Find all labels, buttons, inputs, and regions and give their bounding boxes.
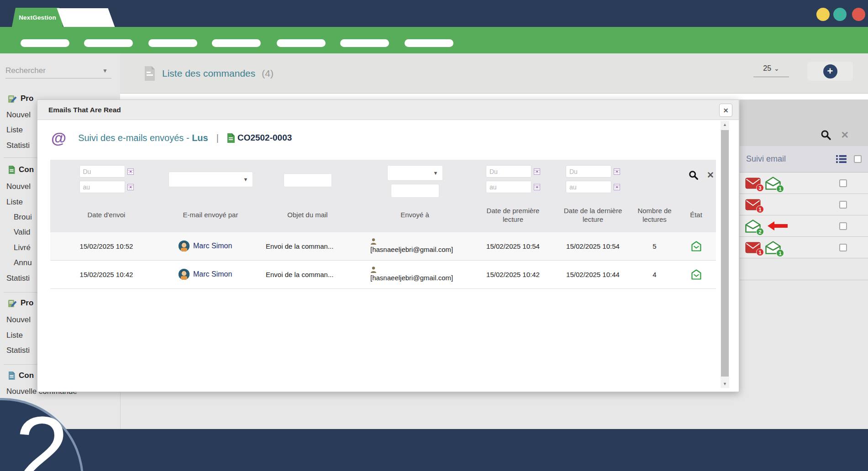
logo-slab-shape (57, 8, 115, 27)
column-header[interactable]: Objet du mail (258, 211, 357, 220)
app-logo[interactable]: NextGestion (12, 8, 63, 27)
read-mail-icon[interactable]: 1 (765, 241, 781, 254)
nav-item-placeholder[interactable] (148, 39, 197, 47)
calendar-icon[interactable] (127, 184, 134, 190)
recipient-email: [hasnaeeljebri@gmail.com] (370, 245, 453, 254)
unread-mail-icon[interactable]: 1 (745, 242, 761, 253)
person-icon (370, 267, 377, 273)
calendar-icon[interactable] (614, 168, 620, 175)
sidebar-item-label: Con (19, 165, 34, 174)
page-title: Liste des commandes (162, 68, 255, 79)
caret-down-icon: ▼ (243, 177, 248, 182)
tracking-title: Suivi des e-mails envoyés - (78, 133, 192, 143)
sidebar-search-select[interactable]: Rechercher ▼ (5, 63, 111, 78)
page-count: (4) (262, 68, 274, 79)
clear-search-icon[interactable]: ✕ (841, 130, 849, 141)
read-mail-icon[interactable]: 1 (765, 177, 781, 190)
scroll-up-icon[interactable]: ▲ (721, 121, 729, 129)
column-header[interactable]: Date d'envoi (50, 211, 163, 220)
unread-mail-icon[interactable]: 1 (745, 199, 761, 210)
row-checkbox[interactable] (839, 201, 847, 209)
select-all-checkbox[interactable] (854, 155, 862, 163)
email-row[interactable]: 15/02/2025 10:42 Marc Simon Envoi de la … (50, 261, 716, 289)
sender-link[interactable]: Marc Simon (193, 242, 232, 250)
top-bar: NextGestion (0, 0, 868, 27)
first-read-from-input[interactable] (486, 165, 531, 178)
modal-close-button[interactable]: ✕ (719, 104, 732, 117)
sender-link[interactable]: Marc Simon (193, 270, 232, 278)
suivi-email-panel: Suivi email 311211 (740, 146, 868, 280)
red-arrow-annotation (767, 220, 788, 231)
modal-titlebar[interactable]: Emails That Are Read (37, 100, 739, 120)
subject-filter-input[interactable] (284, 173, 332, 187)
modal-scrollbar[interactable]: ▲ ▼ (721, 121, 729, 388)
read-count: 5 (633, 232, 676, 260)
email-row[interactable]: 15/02/2025 10:52 Marc Simon Envoi de la … (50, 232, 716, 261)
column-header[interactable]: Envoyé à (357, 211, 473, 220)
first-read-to-input[interactable] (486, 181, 531, 193)
nav-item-placeholder[interactable] (405, 39, 453, 47)
nav-item-placeholder[interactable] (21, 39, 69, 47)
recipient-email: [hasnaeeljebri@gmail.com] (370, 273, 453, 283)
nav-item-placeholder[interactable] (212, 39, 261, 47)
order-row-email-tracking[interactable]: 11 (740, 237, 868, 258)
read-count: 4 (633, 261, 676, 288)
doc-green-icon (8, 166, 15, 174)
window-dot-teal[interactable] (833, 8, 847, 21)
column-header[interactable]: Nombre de lectures (633, 207, 676, 224)
separator: | (216, 133, 219, 143)
order-row-email-tracking[interactable]: 31 (740, 173, 868, 194)
search-icon[interactable] (821, 130, 831, 141)
sender-filter-select[interactable]: ▼ (168, 172, 253, 187)
last-read-date: 15/02/2025 10:44 (553, 261, 633, 288)
read-mail-icon[interactable]: 2 (745, 220, 761, 233)
row-checkbox[interactable] (839, 179, 847, 187)
nav-item-placeholder[interactable] (277, 39, 326, 47)
order-row-email-tracking[interactable]: 2 (740, 215, 868, 237)
chevron-down-icon: ⌄ (774, 65, 779, 72)
window-dot-yellow[interactable] (816, 8, 830, 21)
sender-avatar (179, 269, 189, 280)
last-read-from-input[interactable] (566, 165, 611, 178)
add-order-button[interactable]: + (823, 64, 837, 78)
sidebar-item-label: Nouvel (6, 110, 31, 120)
scrollbar-thumb[interactable] (721, 130, 729, 377)
calendar-icon[interactable] (534, 184, 540, 190)
sidebar-item-label: Pro (21, 298, 33, 308)
calendar-icon[interactable] (127, 168, 134, 175)
column-header[interactable]: État (676, 211, 716, 220)
footer-bar (0, 429, 868, 471)
list-view-icon[interactable] (836, 155, 847, 163)
nav-item-placeholder[interactable] (84, 39, 133, 47)
search-icon[interactable] (689, 170, 699, 180)
sidebar-item-label: Valid (14, 228, 31, 237)
last-read-to-input[interactable] (566, 181, 611, 193)
app-screen: NextGestion Liste des commandes (4) 25⌄ … (0, 0, 868, 471)
order-reference-link[interactable]: CO2502-0003 (237, 133, 292, 143)
recipient-filter-input[interactable] (391, 184, 439, 198)
column-header[interactable]: E-mail envoyé par (163, 211, 258, 220)
sidebar-item-label: Nouvel (6, 315, 31, 324)
modal-title: Emails That Are Read (48, 106, 121, 114)
clear-filters-icon[interactable]: ✕ (707, 170, 714, 180)
order-row-email-tracking[interactable]: 1 (740, 194, 868, 215)
order-doc-icon (227, 133, 235, 143)
sent-date-from-input[interactable] (79, 165, 125, 178)
sent-date-to-input[interactable] (79, 181, 125, 193)
row-checkbox[interactable] (839, 244, 847, 251)
unread-mail-icon[interactable]: 3 (745, 178, 761, 189)
page-size-select[interactable]: 25⌄ (753, 64, 789, 77)
window-dot-red[interactable] (852, 8, 865, 21)
column-header[interactable]: Date de la dernière lecture (553, 207, 633, 224)
content-top-strip (120, 94, 868, 99)
sidebar-item-label: Liste (6, 331, 23, 340)
doc-pencil-icon (8, 299, 17, 307)
calendar-icon[interactable] (534, 168, 540, 175)
recipient-filter-select[interactable]: ▼ (387, 165, 443, 181)
calendar-icon[interactable] (614, 184, 620, 190)
nav-item-placeholder[interactable] (340, 39, 389, 47)
column-header[interactable]: Date de première lecture (473, 207, 553, 224)
scroll-down-icon[interactable]: ▼ (721, 380, 729, 388)
green-navbar (0, 27, 868, 53)
row-checkbox[interactable] (839, 222, 847, 230)
